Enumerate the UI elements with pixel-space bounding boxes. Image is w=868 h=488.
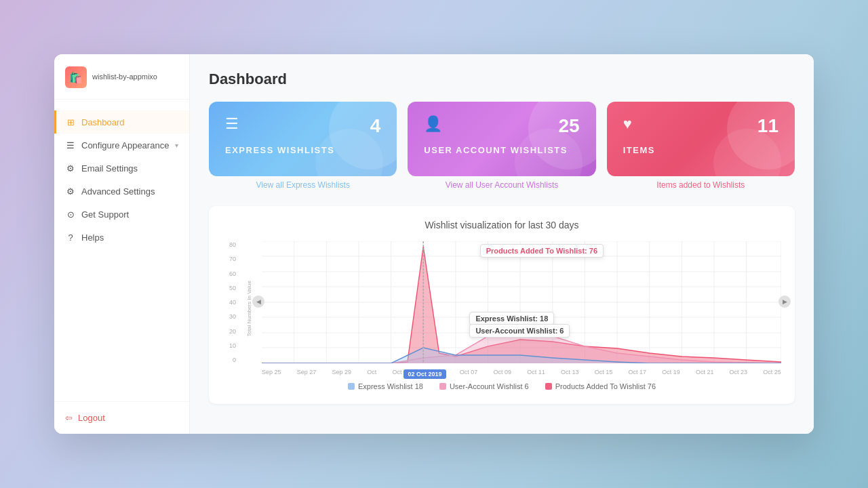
- sidebar-item-dashboard[interactable]: ⊞ Dashboard: [54, 110, 189, 134]
- x-label-oct25: Oct 25: [763, 369, 781, 375]
- x-label-oct23: Oct 23: [730, 369, 748, 375]
- legend-express: Express Wishlist 18: [348, 382, 423, 390]
- legend-express-label: Express Wishlist 18: [358, 382, 423, 390]
- sidebar-nav: ⊞ Dashboard ☰ Configure Appearance ▾ ⚙ E…: [54, 100, 189, 401]
- legend-products-label: Products Added To Wishlist 76: [555, 382, 656, 390]
- x-label-sep25: Sep 25: [262, 369, 281, 375]
- legend-products: Products Added To Wishlist 76: [545, 382, 656, 390]
- email-icon: ⚙: [65, 163, 76, 174]
- chart-nav-right[interactable]: ▶: [778, 296, 791, 308]
- active-date-badge: 02 Oct 2019: [403, 369, 446, 379]
- stat-cards: ☰ 4 EXPRESS WISHLISTS View all Express W…: [209, 102, 795, 190]
- express-wishlists-count: 4: [370, 115, 381, 137]
- sidebar-item-label-helps: Helps: [81, 232, 104, 243]
- x-axis-labels: Sep 25 Sep 27 Sep 29 Oct Oct 03 Oct 05 O…: [262, 369, 781, 375]
- express-wishlists-icon: ☰: [225, 115, 239, 133]
- user-account-link[interactable]: View all User Account Wishlists: [408, 180, 595, 190]
- items-count: 11: [757, 115, 778, 137]
- configure-icon: ☰: [65, 140, 76, 150]
- user-account-wishlists-card[interactable]: 👤 25 USER ACCOUNT WISHLISTS View all Use…: [408, 102, 595, 190]
- y-axis-label: Total Numbers In Value: [246, 281, 252, 337]
- chart-section: Wishlist visualization for last 30 days …: [209, 206, 795, 404]
- legend-user-account-label: User-Account Wishlist 6: [450, 382, 529, 390]
- chart-legend: Express Wishlist 18 User-Account Wishlis…: [222, 382, 781, 390]
- app-logo-icon: 🛍️: [65, 66, 87, 88]
- y-axis-value-70: 70: [222, 256, 236, 262]
- sidebar-item-get-support[interactable]: ⊙ Get Support: [54, 203, 189, 226]
- x-label-oct17: Oct 17: [628, 369, 646, 375]
- y-axis-value-10: 10: [222, 342, 236, 349]
- chevron-down-icon: ▾: [175, 142, 178, 149]
- help-icon: ?: [65, 232, 76, 243]
- items-label: ITEMS: [623, 145, 778, 155]
- sidebar-item-label-support: Get Support: [81, 209, 129, 220]
- items-card[interactable]: ♥ 11 ITEMS Items added to Wishlists: [607, 102, 795, 190]
- user-account-label: USER ACCOUNT WISHLISTS: [424, 145, 579, 155]
- express-wishlists-card[interactable]: ☰ 4 EXPRESS WISHLISTS View all Express W…: [209, 102, 397, 190]
- app-window: 🛍️ wishlist-by-appmixo ⊞ Dashboard ☰ Con…: [54, 54, 814, 434]
- chart-wrapper: 80 70 60 50 40 30 20 10 0 Total Numbers …: [222, 241, 781, 375]
- y-axis-value-80: 80: [222, 241, 236, 248]
- y-axis-value-60: 60: [222, 270, 236, 277]
- x-label-oct19: Oct 19: [662, 369, 680, 375]
- dashboard-icon: ⊞: [65, 117, 76, 127]
- legend-express-dot: [348, 383, 355, 390]
- logout-button[interactable]: ⇦ Logout: [54, 401, 189, 434]
- x-label-oct13: Oct 13: [561, 369, 579, 375]
- express-wishlists-link[interactable]: View all Express Wishlists: [209, 180, 397, 190]
- advanced-icon: ⚙: [65, 186, 76, 197]
- sidebar-item-label-configure: Configure Appearance: [81, 140, 169, 150]
- sidebar-item-advanced-settings[interactable]: ⚙ Advanced Settings: [54, 180, 189, 203]
- y-axis-value-0: 0: [222, 357, 236, 363]
- sidebar-item-configure-appearance[interactable]: ☰ Configure Appearance ▾: [54, 134, 189, 157]
- support-icon: ⊙: [65, 209, 76, 220]
- sidebar-item-label-advanced: Advanced Settings: [81, 186, 155, 197]
- express-wishlists-label: EXPRESS WISHLISTS: [225, 145, 380, 155]
- sidebar-logo: 🛍️ wishlist-by-appmixo: [54, 54, 189, 100]
- sidebar-item-helps[interactable]: ? Helps: [54, 226, 189, 249]
- x-label-oct11: Oct 11: [527, 369, 545, 375]
- x-label-sep27: Sep 27: [297, 369, 317, 375]
- sidebar: 🛍️ wishlist-by-appmixo ⊞ Dashboard ☰ Con…: [54, 54, 190, 434]
- x-label-oct: Oct: [367, 369, 376, 375]
- page-title: Dashboard: [209, 70, 795, 88]
- y-axis-value-50: 50: [222, 285, 236, 291]
- sidebar-item-label-dashboard: Dashboard: [81, 117, 125, 127]
- items-icon: ♥: [623, 115, 632, 133]
- sidebar-item-email-settings[interactable]: ⚙ Email Settings: [54, 157, 189, 180]
- legend-user-account: User-Account Wishlist 6: [439, 382, 529, 390]
- user-account-icon: 👤: [424, 115, 442, 133]
- user-account-count: 25: [559, 115, 580, 137]
- legend-products-dot: [545, 383, 552, 390]
- logout-label: Logout: [78, 413, 105, 423]
- x-label-oct07: Oct 07: [460, 369, 478, 375]
- logout-icon: ⇦: [65, 413, 73, 423]
- chart-inner: Products Added To Wishlist: 76 Express W…: [262, 241, 781, 375]
- app-name: wishlist-by-appmixo: [92, 73, 157, 81]
- x-label-sep29: Sep 29: [332, 369, 351, 375]
- x-label-oct09: Oct 09: [494, 369, 512, 375]
- x-label-oct21: Oct 21: [696, 369, 714, 375]
- chart-nav-left[interactable]: ◀: [252, 296, 264, 308]
- y-axis-value-40: 40: [222, 299, 236, 306]
- legend-user-account-dot: [439, 383, 446, 390]
- x-label-oct15: Oct 15: [595, 369, 613, 375]
- chart-svg: [262, 241, 781, 363]
- chart-title: Wishlist visualization for last 30 days: [222, 220, 781, 230]
- y-axis-value-20: 20: [222, 328, 236, 335]
- main-content: Dashboard ☰ 4 EXPRESS WISHLISTS View all…: [190, 54, 814, 434]
- sidebar-item-label-email: Email Settings: [81, 163, 138, 174]
- y-axis-value-30: 30: [222, 313, 236, 320]
- items-link[interactable]: Items added to Wishlists: [607, 180, 795, 190]
